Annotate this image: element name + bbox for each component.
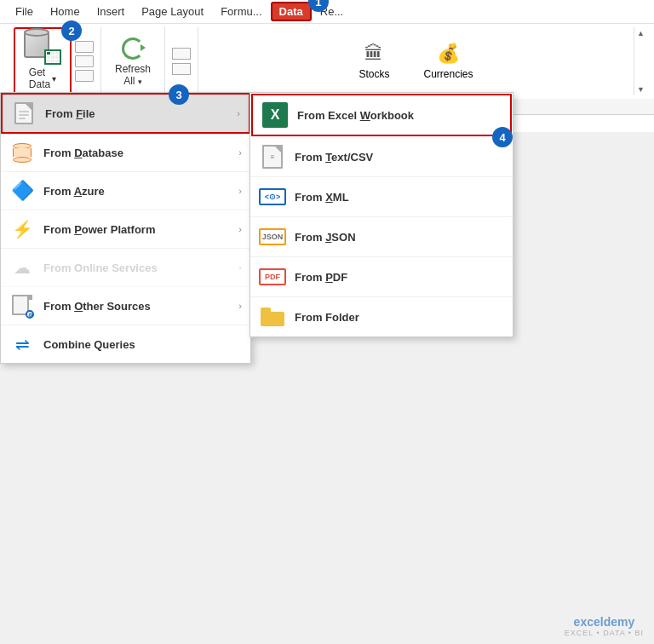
submenu-item-from-json[interactable]: JSON From JSON [250,217,513,257]
menu-item-from-power-platform[interactable]: ⚡ From Power Platform › [1,210,250,249]
step4-badge: 4 [492,127,513,147]
menu-home[interactable]: Home [42,2,89,21]
from-workbook-submenu: X From Excel Workbook 4 ≡ From Text/CSV … [250,92,513,337]
from-database-icon [9,140,35,165]
stocks-label: Stocks [359,68,389,80]
from-online-services-label: From Online Services [43,262,158,274]
side-icons [75,41,94,82]
menu-data[interactable]: Data 1 [271,2,312,21]
stocks-icon: 🏛 [364,43,383,65]
stocks-button[interactable]: 🏛 Stocks [348,39,399,83]
menu-file[interactable]: File [7,2,42,21]
json-icon: JSON [259,223,286,250]
menu-item-from-database[interactable]: From Database › [1,134,250,172]
excel-workbook-label: From Excel Workbook [297,109,414,122]
menu-page-layout[interactable]: Page Layout [133,2,212,21]
get-data-label: Get Data ▾ [29,66,56,90]
from-online-services-arrow: › [238,262,242,273]
small-icon-2 [75,55,94,67]
grid-overlay-icon [44,49,61,65]
submenu-item-from-text-csv[interactable]: 4 ≡ From Text/CSV [250,137,513,177]
from-online-services-icon: ☁ [9,255,35,280]
from-file-menu: 3 From File › From Database › 🔷 From Azu… [0,92,251,364]
ribbon-scroll[interactable]: ▲ ▼ [634,27,647,95]
cylinder-top-icon [24,28,49,37]
watermark-sub: EXCEL • DATA • BI [565,629,644,637]
currencies-button[interactable]: 💰 Currencies [414,39,484,83]
refresh-icon [120,36,146,61]
menu-item-from-other-sources[interactable]: ⚙ From Other Sources › [1,287,250,325]
extra-icon-1 [172,48,191,60]
watermark-logo: exceldemy [565,615,644,629]
menu-formulas[interactable]: Formu... [212,2,270,21]
from-azure-label: From Azure [43,185,105,198]
scroll-down-arrow[interactable]: ▼ [636,85,645,94]
text-csv-label: From Text/CSV [295,151,373,164]
get-data-arrow: ▾ [52,74,56,83]
pdf-icon: PDF [259,263,286,290]
json-label: From JSON [295,231,356,244]
xml-icon: <⊙> [259,183,286,210]
extra-icon-2 [172,63,191,75]
refresh-label: Refresh All ▾ [115,63,151,87]
combine-queries-icon: ⇌ [9,331,35,357]
from-other-sources-arrow: › [238,301,242,311]
menubar: File Home Insert Page Layout Formu... Da… [0,0,654,24]
scroll-up-arrow[interactable]: ▲ [636,29,645,37]
step2-badge: 2 [61,20,82,41]
from-power-platform-arrow: › [238,224,242,234]
from-other-sources-label: From Other Sources [43,300,151,313]
menu-item-from-azure[interactable]: 🔷 From Azure › [1,172,250,210]
xml-label: From XML [295,191,349,204]
from-file-icon [11,101,37,126]
menu-insert[interactable]: Insert [89,2,134,21]
from-file-arrow: › [237,108,240,118]
from-power-platform-icon: ⚡ [9,216,35,242]
from-database-label: From Database [43,147,123,159]
watermark: exceldemy EXCEL • DATA • BI [565,615,644,637]
from-azure-icon: 🔷 [9,178,35,204]
step3-badge: 3 [169,84,189,105]
text-csv-icon: ≡ [259,143,286,170]
menu-item-from-online-services[interactable]: ☁ From Online Services › [1,249,250,287]
data-types-group: 🏛 Stocks 💰 Currencies [198,27,634,95]
get-data-group: Get Data ▾ 2 [7,27,101,95]
from-database-arrow: › [238,147,242,158]
currencies-icon: 💰 [437,43,460,65]
submenu-item-from-xml[interactable]: <⊙> From XML [250,177,513,217]
folder-icon [259,303,286,331]
folder-label: From Folder [295,311,359,324]
menu-item-combine-queries[interactable]: ⇌ Combine Queries [1,325,250,363]
submenu-item-from-excel-workbook[interactable]: X From Excel Workbook [251,94,512,136]
submenu-item-from-folder[interactable]: From Folder [250,297,513,336]
pdf-label: From PDF [295,271,347,284]
from-other-sources-icon: ⚙ [9,293,35,319]
get-data-button[interactable]: Get Data ▾ 2 [14,27,72,95]
from-file-label: From File [45,107,95,120]
from-azure-arrow: › [238,186,242,196]
excel-workbook-icon: X [261,101,289,129]
from-power-platform-label: From Power Platform [43,223,155,236]
small-icon-3 [75,70,94,82]
refresh-all-button[interactable]: Refresh All ▾ [108,32,158,90]
currencies-label: Currencies [424,68,473,80]
submenu-item-from-pdf[interactable]: PDF From PDF [250,257,513,297]
refresh-group: Refresh All ▾ [101,27,165,95]
toolbar-row: Get Data ▾ 2 Refresh All ▾ [0,24,654,99]
small-icon-1 [75,41,94,53]
menu-item-from-file[interactable]: 3 From File › [1,93,250,134]
combine-queries-label: Combine Queries [43,338,135,351]
